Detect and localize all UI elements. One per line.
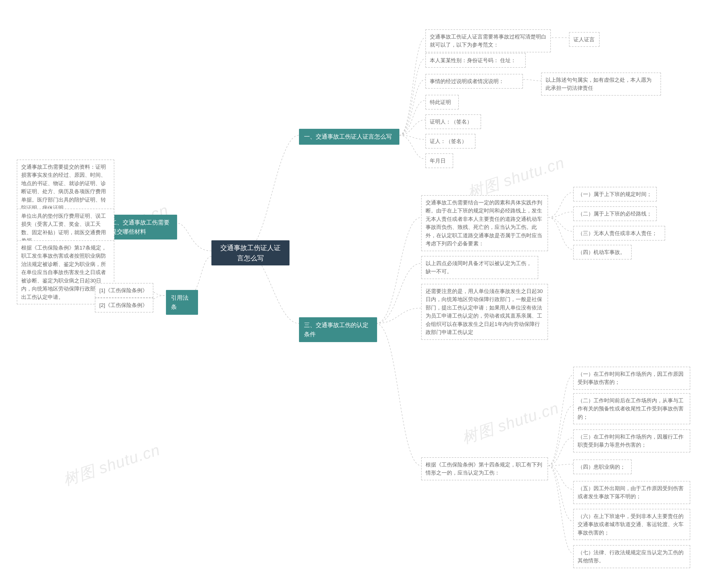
b3-l4-sub3[interactable]: （三）在工作时间和工作场所内，因履行工作职责受到暴力等意外伤害的； bbox=[573, 429, 690, 453]
b2-leaf-1-text: 交通事故工伤需要提交的资料：证明损害事实发生的经过、原因、时间、地点的书证、物证… bbox=[21, 163, 110, 212]
b3-l4-sub1-text: （一）在工作时间和工作场所内，因工作原因受到事故伤害的； bbox=[578, 370, 686, 386]
b3-l4-sub5-text: （五）因工外出期间，由于工作原因受到伤害或者发生事故下落不明的； bbox=[578, 484, 686, 501]
b1-leaf-3-text: 事情的经过说明或者情况说明： bbox=[430, 77, 504, 85]
b1-leaf-1-sub[interactable]: 证人证言 bbox=[569, 32, 600, 47]
b1-leaf-6[interactable]: 证人：（签名） bbox=[425, 134, 475, 149]
b1-leaf-5-text: 证明人：（签名） bbox=[430, 118, 472, 126]
b3-l1-sub4-text: （四）机动车事故。 bbox=[578, 248, 625, 256]
branch-4[interactable]: 引用法条 bbox=[166, 290, 198, 315]
b3-leaf-2-text: 以上四点必须同时具备才可以被认定为工伤，缺一不可。 bbox=[426, 259, 534, 276]
b3-l1-sub3[interactable]: （三）无本人责任或非本人责任； bbox=[573, 226, 665, 240]
b1-leaf-7-text: 年月日 bbox=[430, 157, 446, 165]
b3-l4-sub4[interactable]: （四）患职业病的； bbox=[573, 460, 632, 474]
b3-leaf-4[interactable]: 根据《工伤保险条例》第十四条规定，职工有下列情形之一的，应当认定为工伤： bbox=[421, 457, 548, 480]
b1-leaf-6-text: 证人：（签名） bbox=[430, 137, 467, 145]
b1-leaf-5[interactable]: 证明人：（签名） bbox=[425, 114, 481, 129]
b1-leaf-2-text: 本人某某性别：身份证号码： 住址： bbox=[430, 56, 516, 64]
b4-leaf-1[interactable]: [1]《工伤保险条例》 bbox=[95, 283, 154, 298]
b4-leaf-2-text: [2]《工伤保险条例》 bbox=[99, 301, 147, 309]
b1-leaf-4-text: 特此证明 bbox=[430, 98, 451, 106]
b3-l1-sub4[interactable]: （四）机动车事故。 bbox=[573, 245, 632, 259]
b1-leaf-4[interactable]: 特此证明 bbox=[425, 95, 459, 109]
b2-leaf-1[interactable]: 交通事故工伤需要提交的资料：证明损害事实发生的经过、原因、时间、地点的书证、物证… bbox=[17, 160, 114, 215]
branch-2-title: 二、交通事故工伤需要提交哪些材料 bbox=[111, 218, 172, 236]
branch-4-title: 引用法条 bbox=[171, 293, 193, 311]
b3-l1-sub2-text: （二）属于上下班的必经路线； bbox=[578, 210, 652, 218]
b3-l4-sub1[interactable]: （一）在工作时间和工作场所内，因工作原因受到事故伤害的； bbox=[573, 366, 690, 390]
b3-leaf-3-text: 还需要注意的是，用人单位须在事故发生之日起30日内，向统筹地区劳动保障行政部门，… bbox=[426, 287, 544, 337]
watermark: 树图 shutu.cn bbox=[460, 398, 562, 449]
b3-l4-sub7-text: （七）法律、行政法规规定应当认定为工伤的其他情形。 bbox=[578, 548, 686, 565]
b3-leaf-3[interactable]: 还需要注意的是，用人单位须在事故发生之日起30日内，向统筹地区劳动保障行政部门，… bbox=[421, 284, 548, 340]
b3-l1-sub3-text: （三）无本人责任或非本人责任； bbox=[578, 229, 657, 237]
b3-leaf-4-text: 根据《工伤保险条例》第十四条规定，职工有下列情形之一的，应当认定为工伤： bbox=[426, 461, 544, 477]
b2-leaf-2-text: 单位出具的垫付医疗费用证明、误工损失（受害人工资、奖金、误工天数、固定补贴）证明… bbox=[21, 212, 110, 245]
b3-l4-sub3-text: （三）在工作时间和工作场所内，因履行工作职责受到暴力等意外伤害的； bbox=[578, 433, 686, 449]
branch-1[interactable]: 一、交通事故工伤证人证言怎么写 bbox=[299, 129, 400, 145]
b3-l1-sub1-text: （一）属于上下班的规定时间； bbox=[578, 190, 652, 198]
b3-l4-sub4-text: （四）患职业病的； bbox=[578, 463, 625, 471]
b3-l4-sub6-text: （六）在上下班途中，受到非本人主要责任的交通事故或者城市轨道交通、客运轮渡、火车… bbox=[578, 512, 686, 537]
b1-leaf-2[interactable]: 本人某某性别：身份证号码： 住址： bbox=[425, 53, 526, 68]
b4-leaf-2[interactable]: [2]《工伤保险条例》 bbox=[95, 298, 154, 313]
b1-leaf-1-sub-text: 证人证言 bbox=[573, 36, 595, 43]
b1-leaf-1-text: 交通事故工伤证人证言需要将事故过程写清楚明白就可以了，以下为参考范文： bbox=[430, 33, 546, 49]
b1-leaf-1[interactable]: 交通事故工伤证人证言需要将事故过程写清楚明白就可以了，以下为参考范文： bbox=[425, 29, 551, 52]
b1-leaf-3-sub-text: 以上陈述句句属实，如有虚假之处，本人愿为此承担一切法律责任 bbox=[546, 76, 656, 92]
b3-l4-sub7[interactable]: （七）法律、行政法规规定应当认定为工伤的其他情形。 bbox=[573, 545, 690, 568]
b1-leaf-3-sub[interactable]: 以上陈述句句属实，如有虚假之处，本人愿为此承担一切法律责任 bbox=[541, 72, 661, 96]
mindmap-stage: 树图 shutu.cn 树图 shutu.cn 树图 shutu.cn 树图 s… bbox=[0, 0, 714, 588]
b4-leaf-1-text: [1]《工伤保险条例》 bbox=[99, 286, 147, 294]
watermark: 树图 shutu.cn bbox=[61, 439, 163, 491]
root-title: 交通事故工伤证人证言怎么写 bbox=[219, 243, 282, 263]
branch-1-title: 一、交通事故工伤证人证言怎么写 bbox=[304, 132, 392, 141]
b3-l4-sub6[interactable]: （六）在上下班途中，受到非本人主要责任的交通事故或者城市轨道交通、客运轮渡、火车… bbox=[573, 509, 690, 540]
branch-2[interactable]: 二、交通事故工伤需要提交哪些材料 bbox=[106, 215, 177, 239]
b3-l1-sub2[interactable]: （二）属于上下班的必经路线； bbox=[573, 206, 657, 221]
b3-l1-sub1[interactable]: （一）属于上下班的规定时间； bbox=[573, 187, 657, 202]
b1-leaf-7[interactable]: 年月日 bbox=[425, 153, 453, 168]
b3-leaf-1-text: 交通事故工伤需要结合一定的因素和具体实践作判断。由于在上下班的规定时间和必经路线… bbox=[426, 198, 544, 248]
b3-l4-sub2[interactable]: （二）工作时间前后在工作场所内，从事与工作有关的预备性或者收尾性工作受到事故伤害… bbox=[573, 393, 690, 424]
b3-leaf-1[interactable]: 交通事故工伤需要结合一定的因素和具体实践作判断。由于在上下班的规定时间和必经路线… bbox=[421, 195, 548, 251]
b3-leaf-2[interactable]: 以上四点必须同时具备才可以被认定为工伤，缺一不可。 bbox=[421, 256, 538, 279]
branch-3-title: 三、交通事故工伤的认定条件 bbox=[304, 321, 372, 339]
branch-3[interactable]: 三、交通事故工伤的认定条件 bbox=[299, 317, 377, 342]
b3-l4-sub5[interactable]: （五）因工外出期间，由于工作原因受到伤害或者发生事故下落不明的； bbox=[573, 481, 690, 504]
root-node[interactable]: 交通事故工伤证人证言怎么写 bbox=[211, 240, 289, 266]
b1-leaf-3[interactable]: 事情的经过说明或者情况说明： bbox=[425, 74, 523, 89]
b3-l4-sub2-text: （二）工作时间前后在工作场所内，从事与工作有关的预备性或者收尾性工作受到事故伤害… bbox=[578, 397, 686, 421]
